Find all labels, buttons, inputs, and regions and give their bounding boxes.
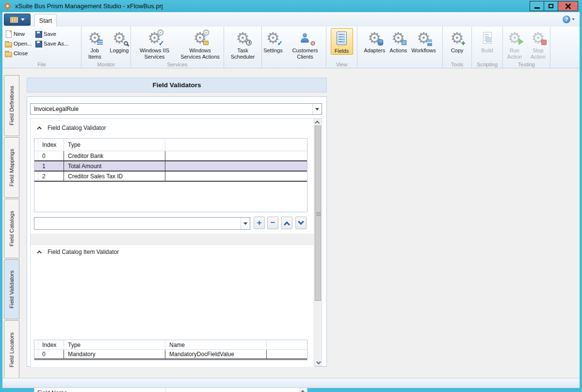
sidebar-tab-field-definitions[interactable]: Field Definitions <box>4 75 19 136</box>
scroll-down-button[interactable] <box>314 359 322 366</box>
maximize-icon <box>549 4 553 8</box>
adapters-gear-icon <box>366 29 383 47</box>
collapse-chevron-icon <box>37 250 42 255</box>
content-area: Field Definitions Field Mappings Field C… <box>2 68 580 378</box>
table-row[interactable]: 2 Creditor Sales Tax ID <box>34 172 307 182</box>
remove-button[interactable]: − <box>267 217 278 229</box>
square-badge-icon <box>402 40 406 45</box>
validators-scroll-area: Field Catalog Validator Index Type 0 Cre… <box>30 118 322 366</box>
job-items-button[interactable]: Job Items <box>81 28 108 60</box>
build-document-icon <box>483 32 492 44</box>
app-logo-icon <box>4 2 12 10</box>
column-header-type[interactable]: Type <box>64 139 165 151</box>
list-header-row: Field Name <box>34 388 307 392</box>
minimize-button[interactable] <box>530 1 544 11</box>
page-title: Field Validators <box>153 81 201 89</box>
column-header-name[interactable]: Name <box>165 340 267 349</box>
scroll-up-button[interactable] <box>314 119 322 125</box>
windows-services-actions-button[interactable]: Windows Services Actions <box>178 28 223 60</box>
open-button[interactable]: Open... <box>5 39 32 47</box>
catalog-validator-grid: Index Type 0 Creditor Bank 1 Total Amoun… <box>34 138 307 212</box>
sidebar-tab-field-validators[interactable]: Field Validators <box>4 259 19 319</box>
grip-icon <box>316 212 321 216</box>
table-row[interactable]: 0 Creditor Bank <box>34 151 307 161</box>
workflows-gear-icon <box>415 29 433 47</box>
ribbon-group-components: Adapters Actions Workflows <box>357 27 443 68</box>
task-scheduler-gear-icon <box>234 29 252 47</box>
field-catalog-validator-section: Field Catalog Validator Index Type 0 Cre… <box>31 119 314 234</box>
scroll-up-button[interactable] <box>300 388 307 392</box>
add-validator-dropdown-button[interactable] <box>241 218 250 229</box>
field-catalog-validator-expander[interactable]: Field Catalog Validator <box>38 125 106 131</box>
move-down-button[interactable] <box>295 217 307 229</box>
validators-panel: InvoiceLegalRule Field Catalog Validator… <box>27 96 327 367</box>
ribbon-group-configuration: ✓ Settings Customers Clients <box>262 27 326 68</box>
chevron-down-icon <box>298 219 304 225</box>
sidebar-tab-field-locators[interactable]: Field Locators <box>4 320 19 380</box>
column-header-index[interactable]: Index <box>38 139 64 151</box>
group-label-monitor: Monitor <box>81 62 130 67</box>
column-header-index[interactable]: Index <box>38 340 64 349</box>
play-badge-icon <box>518 38 524 45</box>
column-header-type[interactable]: Type <box>64 340 165 349</box>
yellow-badge-icon <box>203 41 209 45</box>
settings-button[interactable]: ✓ Settings <box>262 28 284 54</box>
status-bar <box>2 378 580 388</box>
rule-selector-dropdown-button[interactable] <box>312 104 322 114</box>
actions-button[interactable]: Actions <box>387 28 409 54</box>
field-catalog-item-validator-section: Field Catalog Item Validator Field Name … <box>31 245 314 367</box>
close-file-button[interactable]: Close <box>5 49 32 57</box>
magnifier-badge-icon <box>124 41 128 46</box>
logging-button[interactable]: Logging <box>108 28 130 54</box>
ribbon-group-services: ✓ Windows IIS Services Windows Services … <box>131 27 224 68</box>
move-up-button[interactable] <box>281 217 292 229</box>
group-label-testing: Testing <box>503 62 550 67</box>
panel-scrollbar <box>314 119 322 366</box>
chevron-down-icon <box>315 108 319 110</box>
sidebar-tab-field-catalogs[interactable]: Field Catalogs <box>4 199 19 258</box>
sidebar-tab-field-mappings[interactable]: Field Mappings <box>4 137 19 198</box>
ribbon-group-testing: Run Action Stop Action Testing <box>503 27 550 68</box>
tab-start[interactable]: Start <box>34 14 57 27</box>
scrollbar-thumb[interactable] <box>315 125 321 301</box>
table-row[interactable]: 0 Mandatory MandatoryDocFieldValue <box>34 350 307 360</box>
group-label-services: Services <box>131 62 224 67</box>
customers-person-icon <box>296 29 314 47</box>
adapters-button[interactable]: Adapters <box>362 28 387 54</box>
add-validator-selector[interactable] <box>34 217 250 230</box>
run-action-button[interactable]: Run Action <box>503 28 526 60</box>
ribbon-group-scripting: Build Scripting <box>472 27 503 68</box>
copy-button[interactable]: + Copy <box>446 28 469 54</box>
app-menu-button[interactable] <box>4 14 31 26</box>
save-button[interactable]: Save <box>35 30 69 38</box>
ribbon-group-monitor: Job Items Logging Monitor <box>81 27 131 68</box>
add-button[interactable]: + <box>254 217 265 229</box>
close-button[interactable] <box>558 1 578 11</box>
maximize-button[interactable] <box>544 1 558 11</box>
column-header-field-name[interactable]: Field Name <box>34 388 166 392</box>
build-button[interactable]: Build <box>476 28 499 54</box>
chevron-up-icon <box>284 221 290 227</box>
page-title-bar: Field Validators <box>27 78 327 93</box>
help-icon: ? <box>563 16 570 23</box>
help-button[interactable]: ? <box>563 16 575 23</box>
close-icon <box>565 3 571 9</box>
fields-button[interactable]: Fields <box>331 28 353 55</box>
task-scheduler-button[interactable]: Task Scheduler <box>224 28 261 60</box>
new-button[interactable]: New <box>5 30 32 38</box>
field-catalog-item-validator-expander[interactable]: Field Catalog Item Validator <box>38 249 119 255</box>
customers-clients-button[interactable]: Customers Clients <box>284 28 326 60</box>
app-menu-grid-icon <box>10 17 18 23</box>
table-row-selected[interactable]: 1 Total Amount <box>34 161 307 172</box>
workflows-button[interactable]: Workflows <box>409 28 438 54</box>
close-folder-icon <box>5 50 12 57</box>
windows-iis-services-button[interactable]: ✓ Windows IIS Services <box>132 28 178 60</box>
group-label-tools: Tools <box>443 62 471 67</box>
field-name-list: Field Name Barcode CompanyCode CompanyCo… <box>34 388 307 392</box>
stop-action-button[interactable]: Stop Action <box>526 28 550 60</box>
minimize-icon <box>534 7 540 9</box>
ribbon: New Open... Close Save Save As... File J… <box>2 27 580 68</box>
save-as-button[interactable]: Save As... <box>35 39 69 47</box>
rule-selector[interactable]: InvoiceLegalRule <box>30 103 322 115</box>
fields-form-icon <box>337 31 347 45</box>
